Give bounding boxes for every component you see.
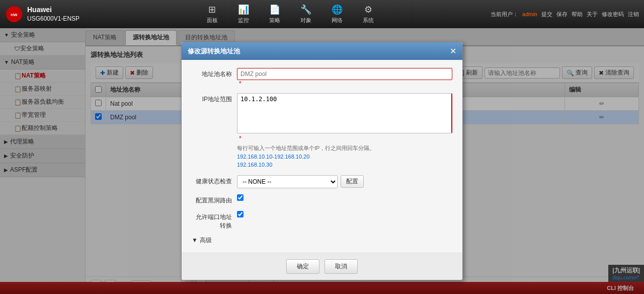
username-display: admin	[522, 11, 537, 17]
cancel-button[interactable]: 取消	[325, 259, 358, 274]
ip-range-hint: 每行可输入一个地址范围或单个IP，行之间用回车分隔。 192.168.10.10…	[237, 144, 452, 169]
blackhole-checkbox-row	[237, 194, 452, 201]
modal-body: 地址池名称 * IP地址范围 10.1.2.100 * 每行可输入一个地址范围或…	[182, 60, 462, 253]
object-icon: 🔧	[300, 4, 311, 15]
blackhole-route-label: 配置黑洞路由	[192, 194, 237, 205]
pool-name-control: *	[237, 68, 452, 87]
health-check-control: -- NONE -- 配置	[237, 175, 452, 188]
form-row-health-check: 健康状态检查 -- NONE -- 配置	[192, 175, 452, 188]
blackhole-route-control	[237, 194, 452, 201]
port-nat-control	[237, 211, 452, 217]
ip-range-control: 10.1.2.100 * 每行可输入一个地址范围或单个IP，行之间用回车分隔。 …	[237, 93, 452, 169]
monitor-icon: 📊	[238, 4, 249, 15]
port-nat-label: 允许端口地址转换	[192, 211, 237, 230]
logo-area: HW Huawei USG6000V1-ENSP	[5, 5, 79, 23]
modal-close-btn[interactable]: ✕	[450, 46, 456, 56]
current-user-label: 当前用户：	[491, 11, 518, 18]
top-right-area: 当前用户： admin 提交 保存 帮助 关于 修改密码 注销	[491, 11, 639, 18]
modal-title: 修改源转换地址池	[188, 47, 240, 56]
ip-range-label: IP地址范围	[192, 93, 237, 104]
network-icon: 🌐	[332, 4, 343, 15]
health-check-select[interactable]: -- NONE --	[237, 175, 338, 188]
pool-name-input[interactable]	[237, 68, 452, 80]
health-check-label: 健康状态检查	[192, 175, 237, 186]
svg-text:HW: HW	[11, 13, 18, 17]
form-row-pool-name: 地址池名称 *	[192, 68, 452, 87]
modal-dialog: 修改源转换地址池 ✕ 地址池名称 * IP地址范围 10.1.2.100 * 每…	[181, 42, 463, 280]
port-nat-checkbox-row	[237, 211, 452, 217]
dashboard-icon: ⊞	[208, 4, 216, 15]
ip-range-textarea[interactable]: 10.1.2.100	[237, 93, 452, 133]
model-name: USG6000V1-ENSP	[27, 15, 79, 23]
policy-icon: 📄	[269, 4, 280, 15]
nav-policy[interactable]: 📄策略	[259, 1, 290, 27]
blackhole-checkbox[interactable]	[237, 194, 244, 201]
huawei-logo: HW	[5, 5, 23, 23]
confirm-button[interactable]: 确定	[286, 259, 319, 274]
port-nat-checkbox[interactable]	[237, 211, 244, 217]
top-bar: HW Huawei USG6000V1-ENSP ⊞面板 📊监控 📄策略 🔧对象…	[0, 0, 644, 28]
advanced-collapse-icon: ▼	[192, 237, 198, 244]
system-icon: ⚙	[364, 4, 372, 15]
modal-footer: 确定 取消	[182, 253, 462, 280]
advanced-section[interactable]: ▼ 高级	[192, 236, 452, 245]
nav-bar: ⊞面板 📊监控 📄策略 🔧对象 🌐网络 ⚙系统	[90, 1, 491, 27]
nav-system[interactable]: ⚙系统	[353, 1, 384, 27]
nav-monitor[interactable]: 📊监控	[228, 1, 259, 27]
form-row-port-nat: 允许端口地址转换	[192, 211, 452, 230]
form-row-blackhole: 配置黑洞路由	[192, 194, 452, 205]
save-btn[interactable]: 保存	[556, 11, 568, 18]
form-row-ip-range: IP地址范围 10.1.2.100 * 每行可输入一个地址范围或单个IP，行之间…	[192, 93, 452, 169]
nav-network[interactable]: 🌐网络	[321, 1, 353, 27]
change-password-btn[interactable]: 修改密码	[602, 11, 624, 18]
submit-btn[interactable]: 提交	[541, 11, 552, 18]
nav-object[interactable]: 🔧对象	[290, 1, 321, 27]
logout-btn[interactable]: 注销	[628, 11, 639, 18]
nav-dashboard[interactable]: ⊞面板	[197, 1, 228, 27]
ip-required-indicator: *	[239, 135, 242, 142]
health-check-select-row: -- NONE -- 配置	[237, 175, 452, 188]
modal-overlay: 修改源转换地址池 ✕ 地址池名称 * IP地址范围 10.1.2.100 * 每…	[0, 28, 644, 294]
help-btn[interactable]: 帮助	[572, 11, 583, 18]
pool-name-label: 地址池名称	[192, 68, 237, 79]
modal-header: 修改源转换地址池 ✕	[182, 42, 462, 60]
health-config-button[interactable]: 配置	[341, 175, 364, 188]
about-btn[interactable]: 关于	[587, 11, 598, 18]
brand-name: Huawei	[27, 5, 79, 15]
required-indicator: *	[239, 80, 242, 87]
advanced-label: 高级	[200, 236, 212, 245]
